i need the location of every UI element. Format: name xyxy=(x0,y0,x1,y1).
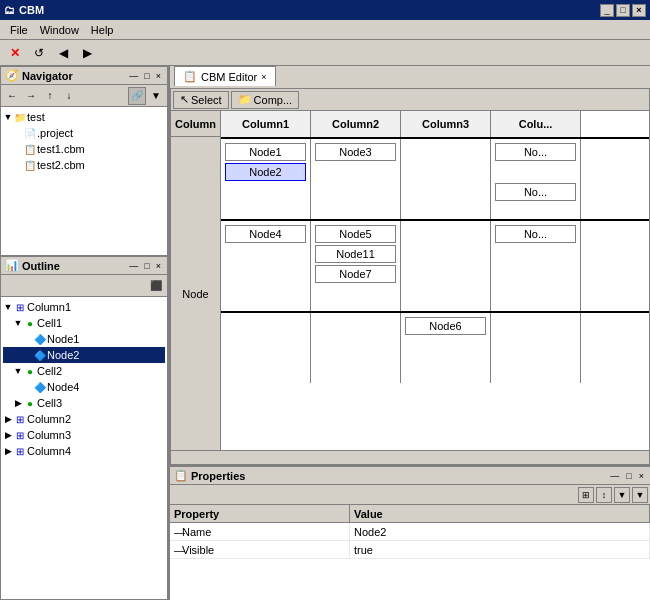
menu-window[interactable]: Window xyxy=(34,22,85,38)
dot-icon: ● xyxy=(23,366,37,377)
prop-categories-btn[interactable]: ⊞ xyxy=(578,487,594,503)
cursor-icon: ↖ xyxy=(180,93,189,106)
nav-up[interactable]: ↑ xyxy=(41,87,59,105)
tree-item-cell2[interactable]: ▼ ● Cell2 xyxy=(3,363,165,379)
select-tool-button[interactable]: ↖ Select xyxy=(173,91,229,109)
editor-tab-icon: 📋 xyxy=(183,70,197,83)
cbm-grid[interactable]: Column1 Column2 Column3 Colu... Node1 No… xyxy=(221,111,649,450)
cbm-node-no2[interactable]: No... xyxy=(495,183,576,201)
nav-forward[interactable]: → xyxy=(22,87,40,105)
prop-cell-name-label: — Name xyxy=(170,523,350,540)
cbm-node-node1[interactable]: Node1 xyxy=(225,143,306,161)
menu-file[interactable]: File xyxy=(4,22,34,38)
navigator-minimize[interactable]: — xyxy=(127,71,140,81)
cbm-node-no1[interactable]: No... xyxy=(495,143,576,161)
properties-header: 📋 Properties — □ × xyxy=(170,467,650,485)
grid-icon: ⊞ xyxy=(13,430,27,441)
cbm-node-node5[interactable]: Node5 xyxy=(315,225,396,243)
tree-item-cell3[interactable]: ▶ ● Cell3 xyxy=(3,395,165,411)
forward-button[interactable]: ▶ xyxy=(76,42,98,64)
outline-maximize[interactable]: □ xyxy=(142,261,151,271)
tree-item-root[interactable]: ▼ 📁 test xyxy=(3,109,165,125)
tree-item-cell1[interactable]: ▼ ● Cell1 xyxy=(3,315,165,331)
cbm-grid-inner: Column1 Column2 Column3 Colu... Node1 No… xyxy=(221,111,649,383)
outline-collapse-all[interactable]: ⬛ xyxy=(147,277,165,295)
undo-button[interactable]: ↺ xyxy=(28,42,50,64)
tree-item-node4[interactable]: 🔷 Node4 xyxy=(3,379,165,395)
tree-item-column3[interactable]: ▶ ⊞ Column3 xyxy=(3,427,165,443)
cbm-node-node3[interactable]: Node3 xyxy=(315,143,396,161)
nav-link[interactable]: 🔗 xyxy=(128,87,146,105)
prop-row-visible[interactable]: — Visible true xyxy=(170,541,650,559)
navigator-close[interactable]: × xyxy=(154,71,163,81)
prop-filter-btn[interactable]: ▼ xyxy=(614,487,630,503)
cbm-col-1-row-1: Node1 Node2 xyxy=(221,139,311,219)
left-panel: 🧭 Navigator — □ × ← → ↑ ↓ 🔗 ▼ xyxy=(0,66,170,600)
tree-item-node1[interactable]: 🔷 Node1 xyxy=(3,331,165,347)
tree-label-test: test xyxy=(27,111,45,123)
cbm-col-2-row-2: Node5 Node11 Node7 xyxy=(311,221,401,311)
outline-close[interactable]: × xyxy=(154,261,163,271)
cbm-node-node2[interactable]: Node2 xyxy=(225,163,306,181)
tree-item-column2[interactable]: ▶ ⊞ Column2 xyxy=(3,411,165,427)
prop-cell-name-value[interactable]: Node2 xyxy=(350,523,650,540)
prop-menu-btn[interactable]: ▼ xyxy=(632,487,648,503)
navigator-header: 🧭 Navigator — □ × xyxy=(1,67,167,85)
editor-tab-cbm[interactable]: 📋 CBM Editor × xyxy=(174,66,276,86)
prop-col-property: Property xyxy=(170,505,350,522)
prop-indent-icon: — xyxy=(174,526,182,538)
title-bar-title: 🗂 CBM xyxy=(4,4,44,16)
prop-sort-btn[interactable]: ↕ xyxy=(596,487,612,503)
expander-icon: ▶ xyxy=(3,430,13,440)
properties-panel: 📋 Properties — □ × ⊞ ↕ ▼ ▼ Property Valu… xyxy=(170,465,650,600)
outline-minimize[interactable]: — xyxy=(127,261,140,271)
properties-table: Property Value — Name Node2 — Visible tr… xyxy=(170,505,650,600)
title-bar-controls: _ □ × xyxy=(600,4,646,17)
close-button[interactable]: ✕ xyxy=(4,42,26,64)
dot-icon: ● xyxy=(23,318,37,329)
editor-tab-close[interactable]: × xyxy=(261,72,266,82)
cbm-col-2-row-3 xyxy=(311,313,401,383)
outline-panel: 📊 Outline — □ × ⬛ ▼ ⊞ Column1 xyxy=(0,256,168,600)
cbm-node-node7[interactable]: Node7 xyxy=(315,265,396,283)
main-area: 🧭 Navigator — □ × ← → ↑ ↓ 🔗 ▼ xyxy=(0,66,650,600)
menu-bar: File Window Help xyxy=(0,20,650,40)
outline-tree: ▼ ⊞ Column1 ▼ ● Cell1 🔷 Node1 xyxy=(1,297,167,599)
comp-label: Comp... xyxy=(254,94,293,106)
prop-row-name[interactable]: — Name Node2 xyxy=(170,523,650,541)
nav-down[interactable]: ↓ xyxy=(60,87,78,105)
tree-item-node2[interactable]: 🔷 Node2 xyxy=(3,347,165,363)
tree-item-test1[interactable]: 📋 test1.cbm xyxy=(3,141,165,157)
cbm-node-node6[interactable]: Node6 xyxy=(405,317,486,335)
editor-toolbar: ↖ Select 📁 Comp... xyxy=(171,89,649,111)
cbm-node-node11[interactable]: Node11 xyxy=(315,245,396,263)
back-button[interactable]: ◀ xyxy=(52,42,74,64)
tree-label-column2: Column2 xyxy=(27,413,71,425)
tree-item-column1[interactable]: ▼ ⊞ Column1 xyxy=(3,299,165,315)
nav-menu[interactable]: ▼ xyxy=(147,87,165,105)
tree-item-column4[interactable]: ▶ ⊞ Column4 xyxy=(3,443,165,459)
tree-item-test2[interactable]: 📋 test2.cbm xyxy=(3,157,165,173)
nav-back[interactable]: ← xyxy=(3,87,21,105)
minimize-button[interactable]: _ xyxy=(600,4,614,17)
menu-help[interactable]: Help xyxy=(85,22,120,38)
cbm-node-node4[interactable]: Node4 xyxy=(225,225,306,243)
tree-item-project[interactable]: 📄 .project xyxy=(3,125,165,141)
title-bar: 🗂 CBM _ □ × xyxy=(0,0,650,20)
properties-maximize[interactable]: □ xyxy=(624,471,633,481)
properties-minimize[interactable]: — xyxy=(608,471,621,481)
app-icon: 🗂 xyxy=(4,4,15,16)
folder-icon: 📁 xyxy=(238,93,252,106)
properties-close[interactable]: × xyxy=(637,471,646,481)
expander-icon: ▼ xyxy=(3,112,13,122)
prop-cell-visible-value[interactable]: true xyxy=(350,541,650,558)
maximize-button[interactable]: □ xyxy=(616,4,630,17)
expander-icon: ▼ xyxy=(13,366,23,376)
close-button[interactable]: × xyxy=(632,4,646,17)
main-toolbar: ✕ ↺ ◀ ▶ xyxy=(0,40,650,66)
horizontal-scrollbar[interactable] xyxy=(171,450,649,464)
cbm-node-no3[interactable]: No... xyxy=(495,225,576,243)
comp-tool-button[interactable]: 📁 Comp... xyxy=(231,91,300,109)
navigator-maximize[interactable]: □ xyxy=(142,71,151,81)
prop-indent-icon: — xyxy=(174,544,182,556)
